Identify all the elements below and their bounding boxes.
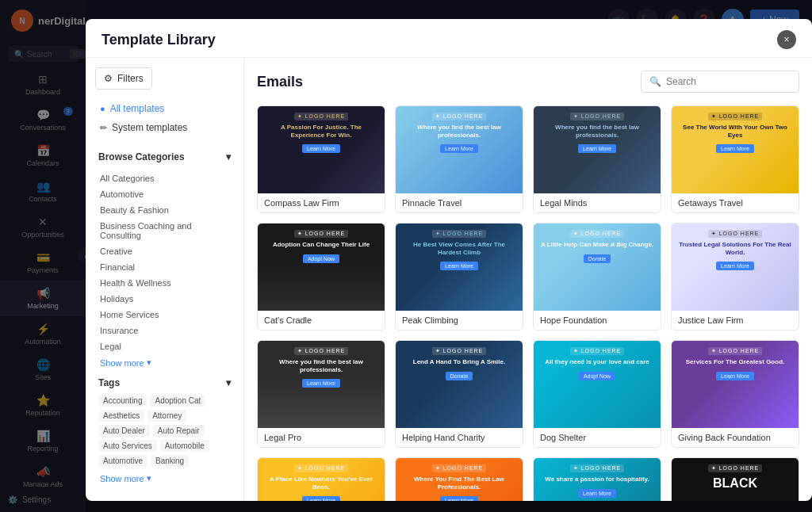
template-card-14[interactable]: ✦ LOGO HERE Where You Find The Best Law … (395, 457, 523, 501)
all-templates-nav[interactable]: ● All templates (95, 99, 234, 118)
categories-list: All Categories Automotive Beauty & Fashi… (95, 170, 234, 354)
logo-bar: ✦ LOGO HERE (570, 464, 625, 472)
category-creative[interactable]: Creative (95, 243, 234, 259)
tag-automotive[interactable]: Automotive (98, 455, 147, 467)
logo-bar: ✦ LOGO HERE (432, 347, 487, 355)
content-header: Emails 🔍 (257, 71, 799, 93)
show-more-label: Show more (100, 358, 144, 368)
template-thumb-16: ✦ LOGO HERE BLACK (672, 458, 799, 501)
tag-attorney[interactable]: Attorney (147, 410, 186, 422)
template-card-12[interactable]: ✦ LOGO HERE Services For The Greatest Go… (671, 340, 799, 448)
template-thumb-11: ✦ LOGO HERE All they need is your love a… (534, 341, 661, 428)
all-templates-icon: ● (100, 104, 105, 113)
template-thumb-10: ✦ LOGO HERE Lend A Hand To Bring A Smile… (396, 341, 523, 428)
show-more-categories[interactable]: Show more ▾ (95, 354, 234, 371)
template-card-15[interactable]: ✦ LOGO HERE We share a passion for hospi… (533, 457, 661, 501)
template-nav: ● All templates ✏ System templates (95, 99, 234, 137)
category-financial[interactable]: Financial (95, 259, 234, 275)
category-health[interactable]: Health & Wellness (95, 275, 234, 291)
template-card-9[interactable]: ✦ LOGO HERE Where you find the best law … (257, 340, 385, 448)
tags-container: Accounting Adoption Cat Aesthetics Attor… (95, 392, 234, 470)
template-name-12: Giving Back Foundation (672, 428, 799, 447)
template-name-2: Pinnacle Travel (396, 193, 523, 212)
tags-header[interactable]: Tags ▾ (95, 371, 234, 392)
tag-banking[interactable]: Banking (151, 455, 189, 467)
template-search[interactable]: 🔍 (641, 71, 799, 93)
template-thumb-9: ✦ LOGO HERE Where you find the best law … (258, 341, 385, 428)
template-card-7[interactable]: ✦ LOGO HERE A Little Help Can Make A Big… (533, 223, 661, 331)
filter-panel: ⚙ Filters ● All templates ✏ System templ… (86, 58, 244, 501)
logo-bar: ✦ LOGO HERE (708, 347, 763, 355)
tag-aesthetics[interactable]: Aesthetics (98, 410, 144, 422)
tag-auto-services[interactable]: Auto Services (98, 440, 157, 452)
filter-label: Filters (117, 73, 144, 84)
tag-auto-dealer[interactable]: Auto Dealer (98, 425, 150, 437)
template-card-11[interactable]: ✦ LOGO HERE All they need is your love a… (533, 340, 661, 448)
logo-bar: ✦ LOGO HERE (708, 230, 763, 238)
system-templates-label: System templates (112, 122, 187, 133)
section-title: Emails (257, 74, 303, 90)
template-name-1: Compass Law Firm (258, 193, 385, 212)
template-name-7: Hope Foundation (534, 311, 661, 330)
tag-auto-repair[interactable]: Auto Repair (153, 425, 205, 437)
template-card-4[interactable]: ✦ LOGO HERE See The World With Your Own … (671, 105, 799, 213)
content-panel: Emails 🔍 ✦ LOGO HERE A Passion For Justi… (244, 58, 812, 501)
filters-button[interactable]: ⚙ Filters (95, 67, 152, 90)
system-templates-nav[interactable]: ✏ System templates (95, 118, 234, 137)
template-name-6: Peak Climbing (396, 311, 523, 330)
logo-bar: ✦ LOGO HERE (294, 230, 349, 238)
chevron-down-icon: ▾ (147, 357, 151, 368)
template-card-3[interactable]: ✦ LOGO HERE Where you find the best law … (533, 105, 661, 213)
category-all[interactable]: All Categories (95, 170, 234, 186)
template-card-5[interactable]: ✦ LOGO HERE Adoption Can Change Their Li… (257, 223, 385, 331)
tags-chevron-icon: ▾ (226, 377, 231, 388)
logo-bar: ✦ LOGO HERE (570, 230, 625, 238)
template-thumb-8: ✦ LOGO HERE Trusted Legal Solutions For … (672, 224, 799, 311)
template-card-2[interactable]: ✦ LOGO HERE Where you find the best law … (395, 105, 523, 213)
tag-accounting[interactable]: Accounting (98, 395, 147, 407)
show-more-tags[interactable]: Show more ▾ (95, 470, 234, 487)
template-name-3: Legal Minds (534, 193, 661, 212)
category-beauty[interactable]: Beauty & Fashion (95, 202, 234, 218)
template-card-6[interactable]: ✦ LOGO HERE He Best View Comes After The… (395, 223, 523, 331)
template-card-10[interactable]: ✦ LOGO HERE Lend A Hand To Bring A Smile… (395, 340, 523, 448)
tag-adoption-cat[interactable]: Adoption Cat (150, 395, 205, 407)
template-search-input[interactable] (666, 76, 791, 87)
logo-bar: ✦ LOGO HERE (294, 464, 349, 472)
template-card-16[interactable]: ✦ LOGO HERE BLACK (671, 457, 799, 501)
template-card-1[interactable]: ✦ LOGO HERE A Passion For Justice. The E… (257, 105, 385, 213)
modal-header: Template Library × (86, 19, 812, 58)
template-thumb-15: ✦ LOGO HERE We share a passion for hospi… (534, 458, 661, 501)
template-thumb-14: ✦ LOGO HERE Where You Find The Best Law … (396, 458, 523, 501)
all-templates-label: All templates (110, 103, 165, 114)
logo-bar: ✦ LOGO HERE (432, 113, 487, 120)
template-thumb-3: ✦ LOGO HERE Where you find the best law … (534, 106, 661, 193)
search-icon: 🔍 (649, 76, 661, 87)
category-insurance[interactable]: Insurance (95, 323, 234, 338)
template-thumb-4: ✦ LOGO HERE See The World With Your Own … (672, 106, 799, 193)
category-legal[interactable]: Legal (95, 338, 234, 354)
templates-grid: ✦ LOGO HERE A Passion For Justice. The E… (257, 105, 799, 501)
logo-bar: ✦ LOGO HERE (708, 464, 763, 472)
close-button[interactable]: × (777, 30, 796, 49)
template-card-13[interactable]: ✦ LOGO HERE A Place Like Nowhere You've … (257, 457, 385, 501)
template-thumb-12: ✦ LOGO HERE Services For The Greatest Go… (672, 341, 799, 428)
template-name-10: Helping Hand Charity (396, 428, 523, 447)
category-holidays[interactable]: Holidays (95, 291, 234, 307)
category-home[interactable]: Home Services (95, 307, 234, 323)
template-name-9: Legal Pro (258, 428, 385, 447)
categories-chevron-icon: ▾ (226, 151, 231, 162)
template-thumb-13: ✦ LOGO HERE A Place Like Nowhere You've … (258, 458, 385, 501)
template-card-8[interactable]: ✦ LOGO HERE Trusted Legal Solutions For … (671, 223, 799, 331)
tags-label: Tags (98, 377, 120, 388)
tag-automobile[interactable]: Automobile (160, 440, 209, 452)
logo-bar: ✦ LOGO HERE (294, 113, 349, 120)
category-business[interactable]: Business Coaching and Consulting (95, 218, 234, 243)
category-automotive[interactable]: Automotive (95, 186, 234, 202)
categories-header[interactable]: Browse Categories ▾ (95, 147, 234, 167)
categories-label: Browse Categories (98, 151, 185, 162)
logo-bar: ✦ LOGO HERE (432, 230, 487, 238)
logo-bar: ✦ LOGO HERE (708, 113, 763, 120)
template-name-11: Dog Shelter (534, 428, 661, 447)
tags-chevron-icon-2: ▾ (147, 473, 151, 483)
